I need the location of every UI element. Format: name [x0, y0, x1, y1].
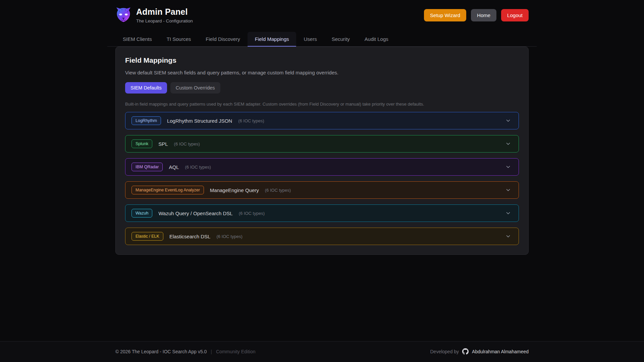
developed-by-label: Developed by [430, 349, 459, 354]
adapter-ioc-count: (6 IOC types) [185, 165, 211, 170]
tab-field-discovery[interactable]: Field Discovery [198, 32, 248, 46]
chevron-down-icon[interactable] [505, 141, 511, 147]
chevron-down-icon[interactable] [505, 164, 511, 170]
adapter-badge: Splunk [131, 139, 152, 148]
chevron-down-icon[interactable] [505, 233, 511, 239]
copyright-text: © 2026 The Leopard - IOC Search App v5.0 [115, 349, 207, 354]
admin-page: Admin Panel The Leopard - Configuration … [0, 0, 644, 362]
chevron-down-icon[interactable] [505, 187, 511, 193]
adapter-ioc-count: (6 IOC types) [238, 118, 264, 123]
tab-audit-logs[interactable]: Audit Logs [357, 32, 396, 46]
tab-users[interactable]: Users [296, 32, 324, 46]
adapter-row-splunk[interactable]: Splunk SPL (6 IOC types) [125, 135, 519, 153]
chevron-down-icon[interactable] [505, 118, 511, 124]
adapter-row-qradar[interactable]: IBM QRadar AQL (6 IOC types) [125, 158, 519, 176]
adapter-badge: LogRhythm [131, 116, 161, 125]
tab-ti-sources[interactable]: TI Sources [159, 32, 199, 46]
adapter-row-manageengine[interactable]: ManageEngine EventLog Analyzer ManageEng… [125, 181, 519, 199]
chevron-down-icon[interactable] [505, 210, 511, 216]
adapter-list: LogRhythm LogRhythm Structured JSON (6 I… [125, 112, 519, 245]
page-title: Admin Panel [136, 7, 193, 17]
adapter-ioc-count: (6 IOC types) [216, 234, 242, 239]
page-subtitle: The Leopard - Configuration [136, 18, 193, 23]
field-mappings-panel: Field Mappings View default SIEM search … [115, 47, 529, 255]
footer-separator: | [211, 349, 212, 354]
adapter-ioc-count: (6 IOC types) [239, 211, 265, 216]
admin-tabs: SIEM Clients TI Sources Field Discovery … [107, 32, 537, 47]
brand: Admin Panel The Leopard - Configuration [115, 7, 193, 24]
logout-button[interactable]: Logout [501, 9, 529, 21]
tab-security[interactable]: Security [324, 32, 357, 46]
panel-helper-text: Built-in field mappings and query patter… [125, 102, 519, 107]
header-actions: Setup Wizard Home Logout [424, 9, 529, 21]
panel-description: View default SIEM search fields and quer… [125, 70, 519, 75]
siem-defaults-toggle[interactable]: SIEM Defaults [125, 82, 167, 94]
home-button[interactable]: Home [471, 9, 496, 21]
tab-siem-clients[interactable]: SIEM Clients [115, 32, 159, 46]
tab-field-mappings[interactable]: Field Mappings [248, 32, 297, 46]
adapter-badge: Wazuh [131, 209, 152, 218]
adapter-name: LogRhythm Structured JSON [167, 118, 232, 124]
edition-label: Community Edition [216, 349, 256, 354]
adapter-ioc-count: (6 IOC types) [265, 188, 291, 193]
app-footer: © 2026 The Leopard - IOC Search App v5.0… [0, 341, 644, 362]
developer-name[interactable]: Abdulrahman Almahameed [472, 349, 529, 354]
footer-developer-group: Developed by Abdulrahman Almahameed [430, 348, 529, 355]
adapter-badge: Elastic / ELK [131, 232, 163, 241]
setup-wizard-button[interactable]: Setup Wizard [424, 9, 466, 21]
mapping-mode-toggle: SIEM Defaults Custom Overrides [125, 82, 519, 94]
adapter-row-wazuh[interactable]: Wazuh Wazuh Query / OpenSearch DSL (6 IO… [125, 204, 519, 222]
adapter-name: AQL [169, 164, 179, 170]
app-header: Admin Panel The Leopard - Configuration … [0, 0, 644, 28]
adapter-ioc-count: (6 IOC types) [174, 141, 200, 146]
adapter-row-elastic[interactable]: Elastic / ELK Elasticsearch DSL (6 IOC t… [125, 228, 519, 245]
adapter-name: ManageEngine Query [210, 187, 259, 193]
adapter-row-logrhythm[interactable]: LogRhythm LogRhythm Structured JSON (6 I… [125, 112, 519, 129]
adapter-name: Elasticsearch DSL [169, 234, 211, 239]
github-icon[interactable] [462, 348, 469, 355]
adapter-badge: IBM QRadar [131, 163, 163, 171]
footer-copyright-group: © 2026 The Leopard - IOC Search App v5.0… [115, 349, 255, 354]
panel-title: Field Mappings [125, 56, 519, 64]
adapter-name: SPL [158, 141, 168, 147]
custom-overrides-toggle[interactable]: Custom Overrides [170, 82, 220, 94]
adapter-name: Wazuh Query / OpenSearch DSL [158, 210, 232, 216]
leopard-logo-icon [115, 7, 131, 24]
adapter-badge: ManageEngine EventLog Analyzer [131, 186, 204, 194]
